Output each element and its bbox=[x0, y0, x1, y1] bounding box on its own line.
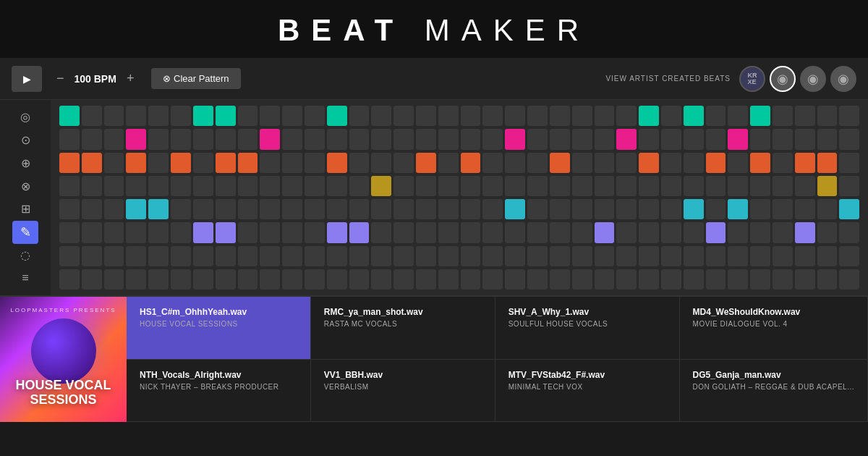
grid-cell-5-33[interactable] bbox=[795, 222, 815, 242]
grid-cell-4-19[interactable] bbox=[482, 199, 503, 219]
grid-cell-0-11[interactable] bbox=[305, 106, 325, 126]
grid-cell-7-25[interactable] bbox=[616, 269, 637, 290]
grid-cell-0-1[interactable] bbox=[82, 106, 102, 126]
grid-cell-5-26[interactable] bbox=[639, 222, 659, 242]
grid-cell-6-17[interactable] bbox=[438, 246, 459, 266]
grid-cell-3-34[interactable] bbox=[817, 176, 838, 196]
track-item-5[interactable]: VV1_BBH.wavVERBALISM bbox=[311, 360, 495, 423]
grid-cell-3-12[interactable] bbox=[327, 176, 347, 196]
grid-cell-5-10[interactable] bbox=[282, 222, 302, 242]
grid-cell-1-10[interactable] bbox=[282, 129, 302, 149]
grid-cell-4-4[interactable] bbox=[148, 199, 169, 219]
grid-cell-2-15[interactable] bbox=[393, 153, 414, 173]
grid-cell-2-27[interactable] bbox=[661, 153, 681, 173]
grid-cell-5-4[interactable] bbox=[148, 222, 169, 242]
grid-cell-6-26[interactable] bbox=[639, 246, 659, 266]
grid-cell-1-33[interactable] bbox=[795, 129, 815, 149]
grid-cell-7-7[interactable] bbox=[216, 269, 236, 290]
grid-cell-6-0[interactable] bbox=[59, 246, 80, 266]
grid-cell-2-20[interactable] bbox=[505, 153, 525, 173]
grid-cell-5-1[interactable] bbox=[82, 222, 102, 242]
grid-cell-5-3[interactable] bbox=[126, 222, 146, 242]
grid-cell-1-0[interactable] bbox=[59, 129, 80, 149]
grid-cell-4-5[interactable] bbox=[171, 199, 191, 219]
grid-cell-1-4[interactable] bbox=[148, 129, 169, 149]
grid-cell-6-2[interactable] bbox=[104, 246, 124, 266]
grid-cell-0-27[interactable] bbox=[661, 106, 681, 126]
grid-cell-1-17[interactable] bbox=[438, 129, 459, 149]
grid-cell-3-8[interactable] bbox=[238, 176, 258, 196]
grid-cell-6-24[interactable] bbox=[595, 246, 615, 266]
grid-cell-2-16[interactable] bbox=[416, 153, 436, 173]
grid-cell-3-35[interactable] bbox=[839, 176, 859, 196]
grid-cell-2-11[interactable] bbox=[305, 153, 325, 173]
grid-cell-2-18[interactable] bbox=[461, 153, 481, 173]
grid-cell-7-9[interactable] bbox=[260, 269, 280, 290]
grid-cell-0-35[interactable] bbox=[839, 106, 859, 126]
grid-cell-1-13[interactable] bbox=[349, 129, 370, 149]
grid-cell-6-15[interactable] bbox=[393, 246, 414, 266]
grid-cell-4-21[interactable] bbox=[527, 199, 548, 219]
grid-cell-1-28[interactable] bbox=[684, 129, 704, 149]
grid-cell-3-6[interactable] bbox=[193, 176, 213, 196]
grid-cell-7-19[interactable] bbox=[482, 269, 503, 290]
grid-cell-1-29[interactable] bbox=[706, 129, 726, 149]
cymbal-icon[interactable]: ⊗ bbox=[12, 174, 38, 198]
grid-cell-0-34[interactable] bbox=[817, 106, 838, 126]
grid-cell-4-34[interactable] bbox=[817, 199, 838, 219]
grid-cell-6-8[interactable] bbox=[238, 246, 258, 266]
grid-cell-2-22[interactable] bbox=[550, 153, 570, 173]
grid-cell-0-9[interactable] bbox=[260, 106, 280, 126]
grid-cell-1-14[interactable] bbox=[371, 129, 391, 149]
grid-cell-6-5[interactable] bbox=[171, 246, 191, 266]
grid-cell-5-24[interactable] bbox=[595, 222, 615, 242]
grid-cell-1-26[interactable] bbox=[639, 129, 659, 149]
snare-icon[interactable]: ⊙ bbox=[12, 129, 38, 152]
grid-cell-0-31[interactable] bbox=[750, 106, 770, 126]
grid-cell-0-13[interactable] bbox=[349, 106, 370, 126]
grid-cell-1-23[interactable] bbox=[572, 129, 592, 149]
grid-cell-0-22[interactable] bbox=[550, 106, 570, 126]
grid-cell-2-21[interactable] bbox=[527, 153, 548, 173]
grid-cell-2-26[interactable] bbox=[639, 153, 659, 173]
grid-cell-3-7[interactable] bbox=[216, 176, 236, 196]
grid-cell-2-28[interactable] bbox=[684, 153, 704, 173]
grid-cell-2-13[interactable] bbox=[349, 153, 370, 173]
hihat-icon[interactable]: ⊕ bbox=[12, 152, 38, 175]
grid-cell-7-21[interactable] bbox=[527, 269, 548, 290]
grid-cell-2-6[interactable] bbox=[193, 153, 213, 173]
grid-cell-3-3[interactable] bbox=[126, 176, 146, 196]
grid-cell-6-19[interactable] bbox=[482, 246, 503, 266]
grid-cell-7-6[interactable] bbox=[193, 269, 213, 290]
grid-cell-1-35[interactable] bbox=[839, 129, 859, 149]
grid-cell-1-2[interactable] bbox=[104, 129, 124, 149]
grid-cell-7-18[interactable] bbox=[461, 269, 481, 290]
grid-cell-5-13[interactable] bbox=[349, 222, 370, 242]
grid-cell-4-35[interactable] bbox=[839, 199, 859, 219]
grid-cell-2-25[interactable] bbox=[616, 153, 637, 173]
grid-cell-1-31[interactable] bbox=[750, 129, 770, 149]
grid-cell-6-25[interactable] bbox=[616, 246, 637, 266]
grid-cell-0-20[interactable] bbox=[505, 106, 525, 126]
grid-cell-2-1[interactable] bbox=[82, 153, 102, 173]
grid-cell-3-11[interactable] bbox=[305, 176, 325, 196]
grid-cell-2-8[interactable] bbox=[238, 153, 258, 173]
grid-cell-7-34[interactable] bbox=[817, 269, 838, 290]
grid-cell-2-0[interactable] bbox=[59, 153, 80, 173]
grid-cell-1-21[interactable] bbox=[527, 129, 548, 149]
track-item-2[interactable]: SHV_A_Why_1.wavSOULFUL HOUSE VOCALS bbox=[495, 297, 680, 360]
grid-cell-6-16[interactable] bbox=[416, 246, 436, 266]
track-item-4[interactable]: NTH_Vocals_Alright.wavNICK THAYER – BREA… bbox=[127, 360, 311, 423]
grid-cell-3-29[interactable] bbox=[706, 176, 726, 196]
grid-cell-1-15[interactable] bbox=[393, 129, 414, 149]
grid-cell-4-29[interactable] bbox=[706, 199, 726, 219]
grid-cell-0-26[interactable] bbox=[639, 106, 659, 126]
grid-cell-4-24[interactable] bbox=[595, 199, 615, 219]
grid-cell-1-20[interactable] bbox=[505, 129, 525, 149]
clear-pattern-button[interactable]: ⊗ Clear Pattern bbox=[151, 68, 240, 89]
grid-cell-7-5[interactable] bbox=[171, 269, 191, 290]
grid-cell-0-18[interactable] bbox=[461, 106, 481, 126]
grid-cell-4-3[interactable] bbox=[126, 199, 146, 219]
grid-cell-6-32[interactable] bbox=[773, 246, 793, 266]
grid-cell-7-4[interactable] bbox=[148, 269, 169, 290]
